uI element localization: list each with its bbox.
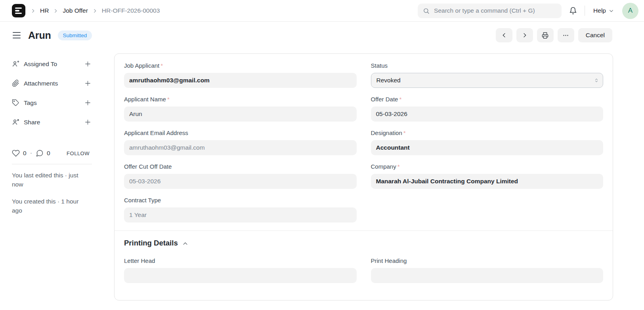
add-share-button[interactable] [84,118,92,126]
like-button[interactable] [12,149,20,157]
breadcrumb-hr[interactable]: HR [40,7,49,14]
top-navbar: HR Job Offer HR-OFF-2026-00003 Help A [0,0,644,22]
sidebar-item-attachments[interactable]: Attachments [12,79,92,87]
breadcrumb-current: HR-OFF-2026-00003 [102,7,160,14]
status-select[interactable]: Revoked [371,73,604,88]
chevron-right-icon [522,32,528,38]
previous-record-button[interactable] [496,28,512,42]
field-label: Offer Cut Off Date [124,163,172,170]
user-share-icon [12,118,19,126]
tag-icon [12,99,19,107]
follow-button[interactable]: FOLLOW [64,150,92,157]
last-edited-text: You last edited this · just now [12,171,89,189]
chevron-down-icon [609,8,614,13]
sidebar-item-assigned-to[interactable]: Assigned To [12,60,92,68]
plus-icon [84,99,91,106]
designation-value[interactable]: Accountant [371,140,604,155]
status-badge: Submitted [58,30,92,40]
company-value[interactable]: Manarah Al-Jubail Contracting Company Li… [371,174,604,189]
required-asterisk: * [403,129,406,136]
status-value: Revoked [376,77,401,84]
field-label: Company [371,163,396,170]
avatar-initial: A [628,7,633,15]
sidebar-item-share[interactable]: Share [12,118,92,126]
likes-count: 0 [23,150,27,157]
applicant-name-value: Arun [124,107,357,122]
comments-count: 0 [47,150,50,157]
printing-details-section: Printing Details Letter Head Print Headi… [115,231,613,300]
field-label: Offer Date [371,96,398,103]
cancel-button[interactable]: Cancel [578,28,612,42]
global-search[interactable] [418,4,562,18]
required-asterisk: * [167,96,170,103]
ellipsis-icon [562,32,569,39]
field-label: Print Heading [371,257,407,264]
paperclip-icon [12,80,19,87]
heart-icon [12,149,20,157]
page-title: Arun [28,30,51,41]
field-label: Status [371,62,388,69]
left-column: Job Applicant* amruthaohm03@gmail.com Ap… [124,62,357,230]
field-label: Contract Type [124,197,161,203]
search-input[interactable] [433,7,556,15]
content-area: Assigned To Attachments Tags [0,46,644,300]
field-applicant-email: Applicant Email Address amruthaohm03@gma… [124,129,357,155]
sidebar-item-label: Assigned To [24,61,84,68]
offer-date-value: 05-03-2026 [371,107,604,122]
logo-bar [15,13,22,14]
offer-cut-off-date-value: 05-03-2026 [124,174,357,189]
social-row: 0 · 0 FOLLOW [12,149,92,157]
field-print-heading: Print Heading [371,257,604,283]
breadcrumb-job-offer[interactable]: Job Offer [63,7,88,14]
required-asterisk: * [399,96,401,103]
user-plus-icon [12,60,19,68]
section-title: Printing Details [124,239,178,247]
field-label: Designation [371,129,402,136]
required-asterisk: * [161,62,163,69]
form-card: Job Applicant* amruthaohm03@gmail.com Ap… [114,53,613,300]
user-avatar[interactable]: A [622,3,638,19]
field-offer-date: Offer Date* 05-03-2026 [371,95,604,122]
comments-button[interactable] [36,149,44,157]
erpnext-logo[interactable] [12,4,25,17]
main-fields-section: Job Applicant* amruthaohm03@gmail.com Ap… [115,54,613,230]
add-tag-button[interactable] [84,99,92,107]
printing-details-header[interactable]: Printing Details [124,239,603,247]
next-record-button[interactable] [516,28,533,42]
field-letter-head: Letter Head [124,257,357,283]
chevron-right-icon [53,8,58,13]
add-attachment-button[interactable] [84,79,92,87]
bell-icon [569,7,577,15]
sidebar-item-tags[interactable]: Tags [12,99,92,107]
printer-icon [542,32,548,39]
breadcrumb: HR Job Offer HR-OFF-2026-00003 [31,7,160,14]
search-icon [423,8,430,14]
print-button[interactable] [537,28,554,42]
sidebar-toggle-button[interactable] [12,30,21,40]
job-applicant-value[interactable]: amruthaohm03@gmail.com [124,73,357,88]
add-assignment-button[interactable] [84,60,92,68]
page-header: Arun Submitted Cancel [0,22,644,46]
select-stepper-icon [594,78,599,83]
field-designation: Designation* Accountant [371,129,604,155]
field-label: Job Applicant [124,62,159,69]
field-label: Applicant Name [124,96,166,103]
plus-icon [84,119,91,126]
logo-bar [15,8,22,9]
sidebar-item-label: Share [24,119,84,126]
sidebar-item-label: Tags [24,99,84,107]
chevron-right-icon [31,8,36,13]
help-menu[interactable]: Help [591,7,616,15]
comment-icon [36,149,44,157]
letter-head-input[interactable] [124,268,357,283]
divider [585,6,585,16]
print-heading-input[interactable] [371,268,604,283]
help-label: Help [593,7,606,14]
form-sidebar: Assigned To Attachments Tags [12,46,92,223]
field-contract-type: Contract Type 1 Year [124,196,357,223]
notifications-button[interactable] [568,5,579,16]
required-asterisk: * [397,163,400,170]
plus-icon [84,61,91,67]
applicant-email-value: amruthaohm03@gmail.com [124,140,357,155]
more-actions-button[interactable] [558,28,574,42]
